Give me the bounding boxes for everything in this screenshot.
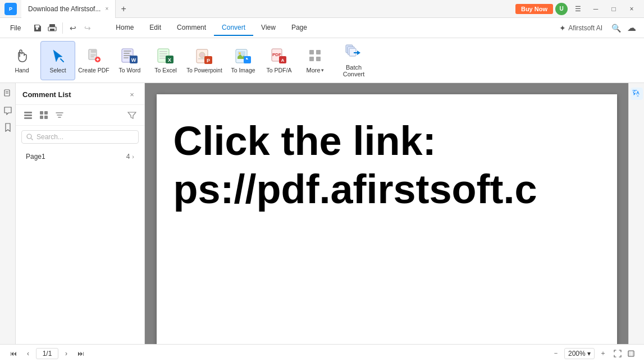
svg-text:X: X [168,57,171,63]
ribbon: Hand Select Create PDF [0,38,644,83]
to-image-label: To Image [231,67,255,74]
pdf-area[interactable]: Click the link: ps://pdf.afirstsoft.c [145,83,628,344]
nav-view[interactable]: View [253,20,284,36]
menu-button[interactable]: ☰ [570,1,586,17]
translation-icon[interactable] [631,88,643,100]
maximize-button[interactable]: □ [606,1,622,17]
menubar: File ↩ ↪ Home Edit Comment Convert View … [0,18,644,38]
toolbar-icons: ↩ ↪ [31,21,94,35]
save-icon[interactable] [31,21,44,35]
prev-page-button[interactable]: ‹ [21,347,35,360]
ai-label: Afirstsoft AI [568,24,602,32]
toolbar-divider [62,22,63,34]
panel-toolbar [16,105,144,126]
svg-rect-12 [124,57,129,58]
comment-sort-icon[interactable] [53,108,66,122]
cloud-icon[interactable]: ☁ [624,20,640,36]
svg-rect-6 [91,49,97,53]
to-pdfa-icon: PDF A [270,47,288,65]
buy-now-button[interactable]: Buy Now [515,4,553,14]
hand-label: Hand [15,67,29,74]
comment-filter-icon[interactable] [125,108,139,122]
fit-page-button[interactable] [625,347,637,360]
search-box[interactable] [21,130,139,144]
nav-home[interactable]: Home [108,20,141,36]
to-word-button[interactable]: W To Word [112,41,147,80]
to-image-button[interactable]: To Image [226,41,261,80]
zoom-out-button[interactable]: － [550,347,562,360]
svg-rect-9 [124,51,131,52]
page1-count: 4 [126,153,130,161]
new-tab-button[interactable]: + [116,1,131,17]
first-page-button[interactable]: ⏮ [7,347,20,360]
next-page-button[interactable]: › [60,347,73,360]
svg-rect-4 [50,29,54,31]
svg-rect-36 [309,50,314,54]
user-avatar[interactable]: U [555,3,568,15]
app-logo: P [4,3,17,15]
tab-close-icon[interactable]: × [105,6,108,12]
close-button[interactable]: × [624,1,640,17]
titlebar: P Download the Afirstsof... × + Buy Now … [0,0,644,18]
statusbar: ⏮ ‹ 1/1 › ⏭ － 200% ▾ ＋ [0,344,644,362]
select-tool-button[interactable]: Select [40,41,75,80]
svg-rect-46 [24,112,32,113]
hand-tool-button[interactable]: Hand [4,41,39,80]
to-pdfa-button[interactable]: PDF A To PDF/A [262,41,296,80]
more-dropdown-icon: ▾ [321,67,324,73]
print-icon[interactable] [45,21,59,35]
undo-icon[interactable]: ↩ [66,21,80,35]
svg-rect-44 [6,91,8,92]
minimize-button[interactable]: ─ [588,1,604,17]
ai-button[interactable]: ✦ Afirstsoft AI [554,21,608,35]
status-nav: ⏮ ‹ 1/1 › ⏭ [7,347,88,360]
svg-rect-54 [628,351,634,356]
last-page-button[interactable]: ⏭ [74,347,88,360]
svg-point-31 [246,58,247,59]
page1-item[interactable]: Page1 4 › [19,148,141,165]
more-icon [307,48,323,65]
fit-width-button[interactable] [611,347,624,360]
to-powerpoint-button[interactable]: P To Powerpoint [184,41,225,80]
to-image-icon [234,47,252,65]
svg-text:P: P [207,58,210,63]
to-excel-icon: X [157,47,175,65]
search-input[interactable] [36,133,134,141]
active-tab[interactable]: Download the Afirstsof... × [21,0,116,18]
create-pdf-icon [85,47,103,65]
svg-point-29 [239,52,241,54]
svg-rect-50 [44,111,48,114]
svg-rect-16 [159,51,167,52]
to-excel-label: To Excel [154,67,177,74]
search-button[interactable]: 🔍 [608,20,624,36]
svg-rect-30 [244,56,251,63]
panel-title: Comment List [22,90,71,99]
left-sidebar [0,83,16,344]
zoom-in-button[interactable]: ＋ [597,347,609,360]
create-pdf-label: Create PDF [78,67,109,74]
nav-comment[interactable]: Comment [169,20,214,36]
comment-grid-icon[interactable] [37,108,51,122]
sidebar-icon-comment[interactable] [2,104,14,117]
pdf-text-line2: ps://pdf.afirstsoft.c [173,165,537,213]
batch-convert-button[interactable]: Batch Convert [334,41,374,80]
page1-arrow-icon: › [132,153,134,160]
comment-list-icon[interactable] [21,108,35,122]
nav-page[interactable]: Page [284,20,315,36]
nav-convert[interactable]: Convert [214,20,253,36]
fit-buttons [611,347,637,360]
sidebar-icon-page[interactable] [2,88,14,100]
sidebar-icon-bookmark[interactable] [2,121,14,134]
pdf-text-line1: Click the link: [173,117,436,165]
zoom-value[interactable]: 200% ▾ [564,348,595,359]
create-pdf-button[interactable]: Create PDF [76,41,111,80]
file-menu[interactable]: File [4,18,26,38]
to-excel-button[interactable]: X To Excel [148,41,183,80]
page-display[interactable]: 1/1 [36,348,58,359]
batch-convert-label: Batch Convert [335,64,373,77]
nav-edit[interactable]: Edit [141,20,169,36]
more-button[interactable]: More ▾ [298,41,332,80]
redo-icon[interactable]: ↪ [81,21,94,35]
panel-close-button[interactable]: × [126,89,138,100]
svg-rect-47 [24,114,32,116]
